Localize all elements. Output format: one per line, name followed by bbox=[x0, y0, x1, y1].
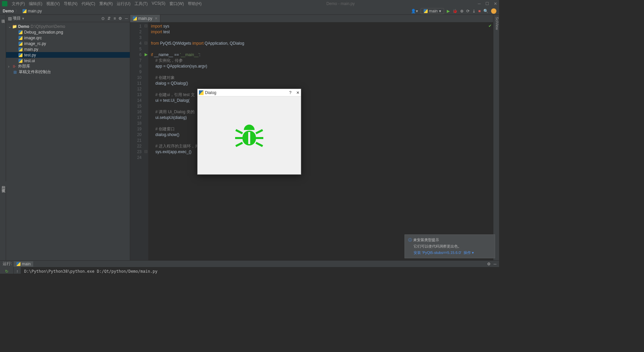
toast-body: 它们可以使代码洞察更出色。 bbox=[414, 244, 491, 249]
toast-action[interactable]: 操作 ▾ bbox=[464, 251, 474, 255]
file-icon bbox=[18, 47, 23, 51]
menu-refactor[interactable]: 重构(R) bbox=[98, 0, 115, 7]
menu-file[interactable]: 文件(F) bbox=[10, 0, 26, 7]
tree-file[interactable]: image.qrc bbox=[6, 35, 130, 41]
maximize-button[interactable]: ☐ bbox=[485, 1, 489, 6]
right-tool-rail[interactable]: SciView bbox=[493, 15, 499, 260]
toast-link[interactable]: 安装 'PyQt5-stubs==5.15.6.0' bbox=[414, 251, 461, 255]
tree-file[interactable]: Debug_activation.png bbox=[6, 29, 130, 35]
qt-dialog: Dialog ? ✕ bbox=[197, 89, 301, 175]
project-tool-icon: ▤ bbox=[8, 16, 12, 21]
gutter-marks: ⊟⊟▶⊟ bbox=[144, 22, 148, 260]
attach-button[interactable]: ⤓ bbox=[472, 9, 476, 13]
toast-title: 未安装类型提示 bbox=[413, 238, 439, 242]
dialog-body bbox=[198, 96, 301, 174]
window-title: Demo - main.py bbox=[203, 1, 478, 6]
editor-area: main.py × 123456789101112131415161718192… bbox=[130, 15, 493, 260]
collapse-icon[interactable]: ≡ bbox=[113, 16, 116, 21]
expand-icon[interactable]: ⇵ bbox=[107, 16, 111, 21]
breadcrumb-file[interactable]: main.py bbox=[22, 9, 42, 13]
structure-rail[interactable]: 结构 收藏夹 bbox=[0, 181, 6, 187]
locate-icon[interactable]: ⊙ bbox=[101, 16, 105, 21]
window-controls: ─ ☐ ✕ bbox=[478, 1, 497, 6]
user-icon[interactable]: 👤▾ bbox=[411, 9, 418, 13]
python-icon bbox=[424, 9, 428, 13]
run-actions-rail: ↻ ⤵ ■ ⊞ 📌 bbox=[0, 267, 13, 274]
console-output[interactable]: D:\Python\Python38\python.exe D:/Qt/pyth… bbox=[21, 267, 499, 274]
svg-line-5 bbox=[256, 130, 263, 133]
editor-tab-main[interactable]: main.py × bbox=[130, 15, 160, 22]
menu-edit[interactable]: 编辑(E) bbox=[27, 0, 44, 7]
run-hide-icon[interactable]: ─ bbox=[493, 262, 496, 266]
project-sidebar: ▤ 项目 ▾ ⊙ ⇵ ≡ ⚙ ─ ⌄📁 Demo D:\Qt\python\De… bbox=[6, 15, 130, 260]
run-config-selector[interactable]: main ▾ bbox=[421, 8, 444, 14]
tree-file[interactable]: image_rc.py bbox=[6, 41, 130, 46]
menu-vcs[interactable]: VCS(S) bbox=[150, 0, 167, 7]
left-tool-rail[interactable]: 项目 bbox=[0, 15, 6, 260]
navbar: Demo 〉 main.py 👤▾ main ▾ ▶ 🐞 ⊕ ⟳ ⤓ ■ 🔍 bbox=[0, 7, 499, 15]
debug-button[interactable]: 🐞 bbox=[452, 9, 458, 13]
file-icon bbox=[18, 53, 23, 57]
tree-file[interactable]: test.py bbox=[6, 52, 130, 58]
sidebar-header: ▤ 项目 ▾ ⊙ ⇵ ≡ ⚙ ─ bbox=[6, 15, 130, 22]
hide-icon[interactable]: ─ bbox=[125, 16, 128, 21]
run-tab[interactable]: main bbox=[14, 261, 33, 267]
tree-external-libs[interactable]: ›⊪ 外部库 bbox=[6, 63, 130, 69]
svg-line-2 bbox=[236, 130, 243, 133]
minimize-button[interactable]: ─ bbox=[478, 1, 481, 6]
stop-button[interactable]: ■ bbox=[478, 9, 481, 13]
python-icon bbox=[16, 262, 20, 266]
menu-view[interactable]: 视图(V) bbox=[45, 0, 61, 7]
notification-toast: ⓘ未安装类型提示 它们可以使代码洞察更出色。 安装 'PyQt5-stubs==… bbox=[405, 234, 495, 258]
info-icon: ⓘ bbox=[408, 238, 412, 242]
line-gutter: 123456789101112131415161718192021222324 bbox=[130, 22, 144, 260]
folder-icon: 📁 bbox=[12, 24, 17, 29]
tree-file[interactable]: main.py bbox=[6, 46, 130, 52]
tree-file[interactable]: test.ui bbox=[6, 58, 130, 63]
main-menu: 文件(F) 编辑(E) 视图(V) 导航(N) 代码(C) 重构(R) 运行(U… bbox=[10, 0, 203, 7]
tree-scratches[interactable]: ⊞ 草稿文件和控制台 bbox=[6, 69, 130, 75]
dialog-close-button[interactable]: ✕ bbox=[296, 90, 300, 95]
settings-icon[interactable]: ⚙ bbox=[118, 16, 122, 21]
file-icon bbox=[18, 30, 23, 34]
menu-run[interactable]: 运行(U) bbox=[115, 0, 132, 7]
file-icon bbox=[18, 59, 23, 63]
svg-line-4 bbox=[236, 143, 243, 146]
rerun-icon[interactable]: ↻ bbox=[5, 269, 8, 274]
up-icon[interactable]: ↑ bbox=[16, 269, 18, 274]
svg-rect-1 bbox=[248, 132, 250, 144]
titlebar: 文件(F) 编辑(E) 视图(V) 导航(N) 代码(C) 重构(R) 运行(U… bbox=[0, 0, 499, 7]
inspection-ok-icon[interactable]: ✔ bbox=[488, 24, 492, 28]
dialog-app-icon bbox=[199, 90, 204, 95]
file-icon bbox=[18, 42, 23, 46]
menu-navigate[interactable]: 导航(N) bbox=[62, 0, 79, 7]
run-settings-icon[interactable]: ⚙ bbox=[487, 262, 491, 266]
app-logo bbox=[2, 1, 7, 6]
tree-root[interactable]: ⌄📁 Demo D:\Qt\python\Demo bbox=[6, 24, 130, 29]
scratch-icon: ⊞ bbox=[13, 70, 17, 75]
close-button[interactable]: ✕ bbox=[494, 1, 497, 6]
menu-help[interactable]: 帮助(H) bbox=[186, 0, 203, 7]
bug-icon bbox=[232, 119, 266, 152]
search-icon[interactable]: 🔍 bbox=[483, 9, 488, 13]
breadcrumb-project[interactable]: Demo bbox=[3, 9, 14, 13]
coverage-button[interactable]: ⊕ bbox=[460, 9, 464, 13]
file-icon bbox=[18, 36, 23, 40]
run-button[interactable]: ▶ bbox=[447, 9, 450, 13]
run-output-rail: ↑ ↓ ⏎ ⤓ 🖶 🗑 bbox=[13, 267, 21, 274]
run-panel-label: 运行: bbox=[3, 261, 12, 267]
dialog-title: Dialog bbox=[205, 90, 216, 95]
menu-tools[interactable]: 工具(T) bbox=[133, 0, 149, 7]
run-panel-header: 运行: main ⚙ ─ bbox=[0, 260, 499, 267]
menu-code[interactable]: 代码(C) bbox=[80, 0, 97, 7]
python-icon bbox=[22, 9, 26, 13]
avatar[interactable] bbox=[491, 8, 496, 14]
editor-body[interactable]: 123456789101112131415161718192021222324 … bbox=[130, 22, 493, 260]
close-tab-icon[interactable]: × bbox=[155, 16, 157, 21]
profile-button[interactable]: ⟳ bbox=[466, 9, 470, 13]
run-panel: ↻ ⤵ ■ ⊞ 📌 ↑ ↓ ⏎ ⤓ 🖶 🗑 D:\Python\Python38… bbox=[0, 267, 499, 274]
sidebar-title: 项目 bbox=[13, 15, 21, 21]
dialog-help-button[interactable]: ? bbox=[289, 90, 291, 95]
menu-window[interactable]: 窗口(W) bbox=[168, 0, 185, 7]
python-icon bbox=[133, 16, 137, 20]
